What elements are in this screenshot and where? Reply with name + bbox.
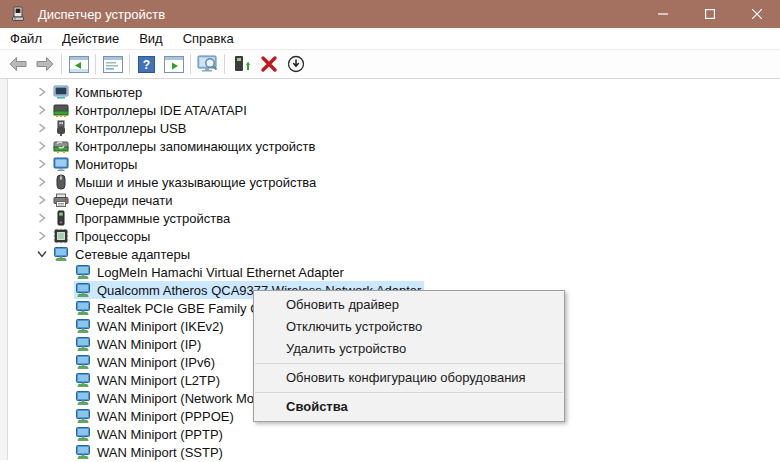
menu-help[interactable]: Справка <box>173 31 244 46</box>
network-adapter-icon <box>75 336 91 352</box>
chevron-right-icon[interactable] <box>32 210 52 226</box>
tree-item[interactable]: Контроллеры USB <box>8 119 780 137</box>
tree-item-label: WAN Miniport (PPTP) <box>97 427 223 442</box>
tree-item[interactable]: Программные устройства <box>8 209 780 227</box>
network-adapter-icon <box>75 426 91 442</box>
network-adapter-icon <box>75 264 91 280</box>
ctx-properties[interactable]: Свойства <box>254 396 564 418</box>
update-driver-button[interactable] <box>228 51 255 77</box>
properties-button[interactable] <box>99 51 126 77</box>
usb-controller-icon <box>53 120 69 136</box>
tree-item[interactable]: Компьютер <box>8 83 780 101</box>
help-icon: ? <box>138 56 155 73</box>
ide-controller-icon <box>53 102 69 118</box>
properties-icon <box>103 56 123 73</box>
network-adapter-icon <box>75 318 91 334</box>
chevron-right-icon[interactable] <box>32 84 52 100</box>
chevron-spacer <box>54 444 74 460</box>
tree-item-content: Процессоры <box>52 227 153 245</box>
tree-item[interactable]: Мыши и иные указывающие устройства <box>8 173 780 191</box>
ctx-update-driver[interactable]: Обновить драйвер <box>254 294 564 316</box>
chevron-right-icon[interactable] <box>32 156 52 172</box>
chevron-down-icon[interactable] <box>32 246 52 262</box>
tree-item-label: Сетевые адаптеры <box>75 247 190 262</box>
scan-hardware-button[interactable] <box>194 51 221 77</box>
disable-device-button[interactable] <box>282 51 309 77</box>
tree-item-content: Контроллеры запоминающих устройств <box>52 137 318 155</box>
tree-item-content: WAN Miniport (SSTP) <box>74 443 226 460</box>
tree-item-content: Контроллеры USB <box>52 119 189 137</box>
ctx-scan-hardware-changes[interactable]: Обновить конфигурацию оборудования <box>254 367 564 389</box>
tree-item[interactable]: Контроллеры запоминающих устройств <box>8 137 780 155</box>
maximize-button[interactable] <box>686 0 733 28</box>
mouse-icon <box>53 174 69 190</box>
show-console-tree-button[interactable] <box>65 51 92 77</box>
tree-item-content: WAN Miniport (PPPOE) <box>74 407 237 425</box>
computer-icon <box>53 84 69 100</box>
help-button[interactable]: ? <box>133 51 160 77</box>
toolbar-separator <box>190 54 191 74</box>
show-action-pane-icon <box>164 56 184 73</box>
toolbar-separator <box>61 54 62 74</box>
menu-action[interactable]: Действие <box>52 31 129 46</box>
menu-file[interactable]: Файл <box>10 31 52 46</box>
tree-item-label: Мониторы <box>75 157 137 172</box>
chevron-spacer <box>54 354 74 370</box>
chevron-spacer <box>54 282 74 298</box>
chevron-right-icon[interactable] <box>32 120 52 136</box>
tree-item[interactable]: Процессоры <box>8 227 780 245</box>
chevron-right-icon[interactable] <box>32 228 52 244</box>
tree-item[interactable]: WAN Miniport (PPTP) <box>8 425 780 443</box>
chevron-right-icon[interactable] <box>32 138 52 154</box>
tree-item[interactable]: Сетевые адаптеры <box>8 245 780 263</box>
tree-item-content: Сетевые адаптеры <box>52 245 193 263</box>
chevron-right-icon[interactable] <box>32 192 52 208</box>
tree-item-label: Контроллеры запоминающих устройств <box>75 139 315 154</box>
scan-hardware-icon <box>197 55 219 73</box>
tree-item[interactable]: WAN Miniport (SSTP) <box>8 443 780 460</box>
print-queue-icon <box>53 192 69 208</box>
close-button[interactable] <box>733 0 780 28</box>
network-adapter-icon <box>75 354 91 370</box>
tree-item[interactable]: Очереди печати <box>8 191 780 209</box>
tree-item[interactable]: LogMeIn Hamachi Virtual Ethernet Adapter <box>8 263 780 281</box>
chevron-spacer <box>54 300 74 316</box>
chevron-spacer <box>54 390 74 406</box>
chevron-right-icon[interactable] <box>32 174 52 190</box>
tree-item-content: Очереди печати <box>52 191 176 209</box>
show-action-pane-button[interactable] <box>160 51 187 77</box>
tree-item-label: Мыши и иные указывающие устройства <box>75 175 316 190</box>
forward-button[interactable] <box>31 51 58 77</box>
ctx-disable-device[interactable]: Отключить устройство <box>254 316 564 338</box>
tree-item-label: WAN Miniport (IKEv2) <box>97 319 224 334</box>
toolbar: ? <box>0 49 780 79</box>
minimize-button[interactable] <box>639 0 686 28</box>
tree-item[interactable]: Мониторы <box>8 155 780 173</box>
back-button[interactable] <box>4 51 31 77</box>
ctx-uninstall-device[interactable]: Удалить устройство <box>254 338 564 360</box>
tree-item-content: WAN Miniport (IKEv2) <box>74 317 227 335</box>
chevron-right-icon[interactable] <box>32 102 52 118</box>
tree-item-label: LogMeIn Hamachi Virtual Ethernet Adapter <box>97 265 344 280</box>
back-icon <box>8 55 28 73</box>
tree-item-label: Контроллеры USB <box>75 121 186 136</box>
uninstall-device-button[interactable] <box>255 51 282 77</box>
tree-item-label: WAN Miniport (IP) <box>97 337 201 352</box>
tree-item-label: Контроллеры IDE ATA/ATAPI <box>75 103 247 118</box>
device-manager-window: Диспетчер устройств ФайлДействиеВидСправ… <box>0 0 780 462</box>
close-icon <box>752 9 762 19</box>
tree-item-label: Очереди печати <box>75 193 173 208</box>
menu-view[interactable]: Вид <box>129 31 173 46</box>
tree-item-content: WAN Miniport (PPTP) <box>74 425 226 443</box>
update-driver-icon <box>232 55 252 73</box>
network-adapter-icon <box>53 246 69 262</box>
tree-item[interactable]: Контроллеры IDE ATA/ATAPI <box>8 101 780 119</box>
network-adapter-icon <box>75 300 91 316</box>
toolbar-separator <box>224 54 225 74</box>
software-device-icon <box>53 210 69 226</box>
tree-item-content: Контроллеры IDE ATA/ATAPI <box>52 101 250 119</box>
tree-item-content: LogMeIn Hamachi Virtual Ethernet Adapter <box>74 263 347 281</box>
tree-item-content: Мыши и иные указывающие устройства <box>52 173 319 191</box>
storage-controller-icon <box>53 138 69 154</box>
context-menu-separator <box>255 392 563 393</box>
